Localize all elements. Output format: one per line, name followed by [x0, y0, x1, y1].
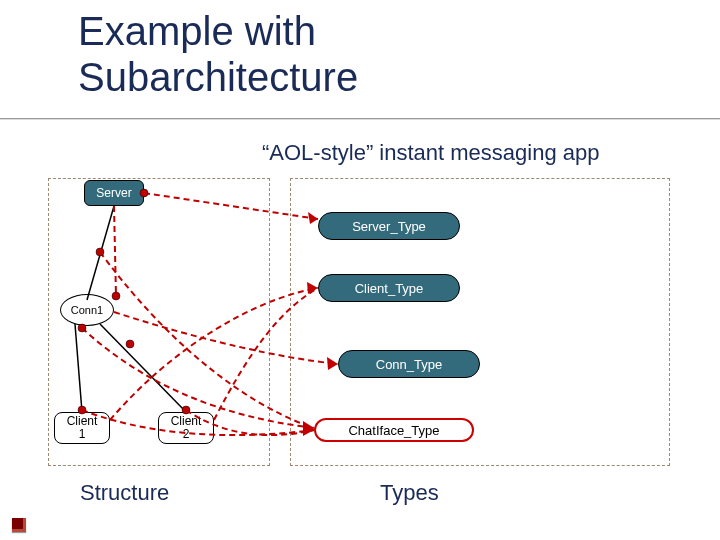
server-node: Server — [84, 180, 144, 206]
conn1-label: Conn1 — [71, 304, 103, 316]
conn-type-node: Conn_Type — [338, 350, 480, 378]
conn1-node: Conn1 — [60, 294, 114, 326]
client1-node: Client 1 — [54, 412, 110, 444]
subtitle: “AOL-style” instant messaging app — [262, 140, 600, 166]
corner-bullet-icon — [12, 518, 26, 532]
client1-label: Client 1 — [67, 415, 98, 440]
structure-footer-label: Structure — [80, 480, 169, 506]
client2-label: Client 2 — [171, 415, 202, 440]
conn-type-label: Conn_Type — [376, 357, 443, 372]
chatiface-type-label: ChatIface_Type — [348, 423, 439, 438]
types-footer-label: Types — [380, 480, 439, 506]
server-label: Server — [96, 186, 131, 200]
slide-title: Example with Subarchitecture — [78, 8, 358, 100]
title-divider — [0, 118, 720, 120]
client2-node: Client 2 — [158, 412, 214, 444]
chatiface-type-node: ChatIface_Type — [314, 418, 474, 442]
title-line-1: Example with — [78, 9, 316, 53]
title-line-2: Subarchitecture — [78, 55, 358, 99]
client-type-label: Client_Type — [355, 281, 424, 296]
client-type-node: Client_Type — [318, 274, 460, 302]
server-type-label: Server_Type — [352, 219, 426, 234]
server-type-node: Server_Type — [318, 212, 460, 240]
